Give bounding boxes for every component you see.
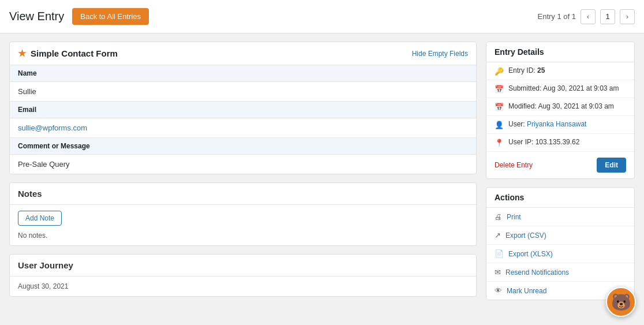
print-label: Print [507,213,521,221]
form-card-header: ★ Simple Contact Form Hide Empty Fields [10,42,476,65]
form-name: Simple Contact Form [31,48,118,58]
mascot-icon: 🐻 [611,293,631,312]
export-xlsx-label: Export (XLSX) [508,250,553,258]
user-ip-row: 📍 User IP: 103.135.39.62 [486,134,634,152]
name-field-value: Sullie [10,82,476,102]
export-xlsx-icon: 📄 [495,249,504,258]
export-csv-action[interactable]: ↗ Export (CSV) [486,226,634,245]
user-ip-text: User IP: 103.135.39.62 [508,138,579,146]
key-icon: 🔑 [495,67,504,76]
user-journey-body: August 30, 2021 [10,277,476,296]
resend-notifications-action[interactable]: ✉ Resend Notifications [486,263,634,282]
notes-card: Notes Add Note No notes. [9,182,477,246]
main-content: ★ Simple Contact Form Hide Empty Fields … [0,33,644,308]
page-title: View Entry [9,10,64,23]
entry-actions-row: Delete Entry Edit [486,152,634,178]
print-action[interactable]: 🖨 Print [486,208,634,226]
resend-icon: ✉ [495,268,501,277]
entry-details-title: Entry Details [486,42,634,62]
edit-button[interactable]: Edit [597,158,626,173]
submitted-row: 📅 Submitted: Aug 30, 2021 at 9:03 am [486,80,634,98]
comment-field-value: Pre-Sale Query [10,155,476,174]
user-icon: 👤 [495,121,504,129]
right-column: Entry Details 🔑 Entry ID: 25 📅 Submitted… [486,42,635,300]
export-xlsx-action[interactable]: 📄 Export (XLSX) [486,245,634,263]
delete-entry-link[interactable]: Delete Entry [495,161,533,169]
notes-body: Add Note No notes. [10,205,476,245]
back-to-all-entries-button[interactable]: Back to All Entries [72,8,149,25]
user-link[interactable]: Priyanka Hansawat [527,120,586,128]
email-field-label: Email [10,102,476,118]
modified-text: Modified: Aug 30, 2021 at 9:03 am [508,102,614,110]
mascot-button[interactable]: 🐻 [606,287,636,317]
user-ip-value: 103.135.39.62 [536,138,580,146]
modified-row: 📅 Modified: Aug 30, 2021 at 9:03 am [486,98,634,116]
notes-title: Notes [10,183,476,205]
email-field-value: sullie@wpforms.com [10,118,476,138]
actions-title: Actions [486,188,634,208]
submitted-value: Aug 30, 2021 at 9:03 am [543,84,619,92]
form-card: ★ Simple Contact Form Hide Empty Fields … [9,42,477,174]
prev-entry-button[interactable]: ‹ [581,9,596,24]
resend-label: Resend Notifications [506,268,569,277]
mark-unread-label: Mark Unread [507,287,546,295]
email-link[interactable]: sullie@wpforms.com [18,124,87,132]
add-note-button[interactable]: Add Note [18,211,62,226]
entry-id-text: Entry ID: 25 [508,66,545,74]
top-bar: View Entry Back to All Entries Entry 1 o… [0,0,644,33]
star-icon: ★ [18,48,26,59]
current-page: 1 [600,9,615,24]
top-bar-right: Entry 1 of 1 ‹ 1 › [538,9,635,24]
entry-id-value: 25 [537,66,545,74]
hide-empty-fields-link[interactable]: Hide Empty Fields [412,50,468,58]
form-title: ★ Simple Contact Form [18,48,118,59]
print-icon: 🖨 [495,212,502,221]
export-csv-label: Export (CSV) [506,231,546,240]
entry-details-card: Entry Details 🔑 Entry ID: 25 📅 Submitted… [486,42,635,179]
user-journey-card: User Journey August 30, 2021 [9,254,477,297]
modified-value: Aug 30, 2021 at 9:03 am [538,102,613,110]
user-journey-title: User Journey [10,255,476,277]
no-notes-text: No notes. [18,231,468,240]
entry-counter: Entry 1 of 1 [538,12,576,21]
comment-field-label: Comment or Message [10,138,476,155]
calendar-submitted-icon: 📅 [495,85,504,94]
calendar-modified-icon: 📅 [495,103,504,111]
actions-card: Actions 🖨 Print ↗ Export (CSV) 📄 Export … [486,187,635,300]
submitted-text: Submitted: Aug 30, 2021 at 9:03 am [508,84,619,92]
user-journey-date: August 30, 2021 [18,282,68,290]
top-bar-left: View Entry Back to All Entries [9,8,149,25]
user-text: User: Priyanka Hansawat [508,120,586,128]
next-entry-button[interactable]: › [620,9,635,24]
left-column: ★ Simple Contact Form Hide Empty Fields … [9,42,477,300]
location-icon: 📍 [495,139,504,147]
user-row: 👤 User: Priyanka Hansawat [486,116,634,134]
page-wrapper: View Entry Back to All Entries Entry 1 o… [0,0,644,325]
entry-id-row: 🔑 Entry ID: 25 [486,62,634,80]
name-field-label: Name [10,65,476,82]
export-csv-icon: ↗ [495,231,501,240]
mark-unread-icon: 👁 [495,286,502,295]
